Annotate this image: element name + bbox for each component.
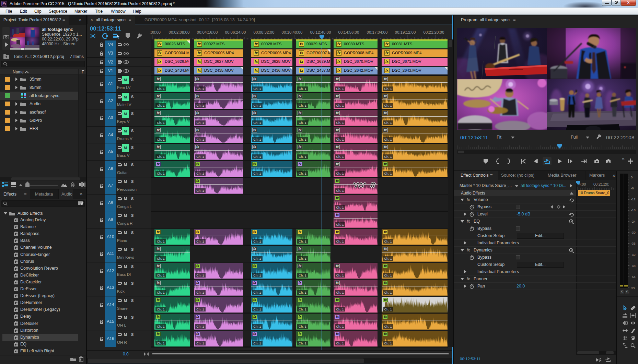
svg-text:dB: dB xyxy=(631,286,635,290)
svg-text:-24: -24 xyxy=(631,220,636,223)
svg-text:-18: -18 xyxy=(631,208,636,212)
svg-text:-36: -36 xyxy=(631,242,636,245)
svg-text:-6: -6 xyxy=(631,186,634,190)
svg-text:-30: -30 xyxy=(631,231,636,234)
svg-text:0: 0 xyxy=(631,175,633,179)
svg-text:-42: -42 xyxy=(631,253,636,257)
svg-text:-12: -12 xyxy=(631,197,636,201)
svg-text:-48: -48 xyxy=(631,264,636,268)
svg-text:-54: -54 xyxy=(631,275,636,279)
